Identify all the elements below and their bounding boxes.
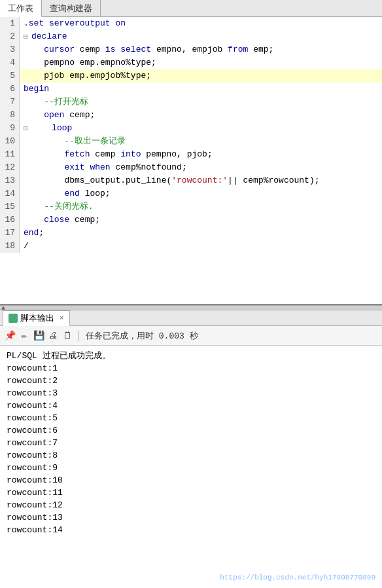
- output-tab-script[interactable]: 脚本输出 ×: [3, 310, 70, 326]
- line-number: 4: [0, 56, 20, 69]
- output-line-5: rowcount:5: [7, 412, 375, 424]
- line-number: 5: [0, 69, 20, 83]
- code-line-13[interactable]: 13 dbms_output.put_line('rowcount:'|| ce…: [0, 174, 382, 187]
- watermark: https://blog.csdn.net/hyh17808770899: [220, 574, 375, 581]
- output-line-9: rowcount:9: [7, 462, 375, 474]
- save-icon[interactable]: 💾: [33, 330, 44, 342]
- code-line-2[interactable]: 2⊟declare: [0, 30, 382, 43]
- output-line-0: PL/SQL 过程已成功完成。: [7, 350, 375, 362]
- editor-tab-bar: 工作表 查询构建器: [0, 0, 382, 17]
- tab-query-builder-label: 查询构建器: [50, 3, 92, 14]
- line-number: 11: [0, 148, 20, 161]
- code-line-4[interactable]: 4 pempno emp.empno%type;: [0, 56, 382, 69]
- line-number: 1: [0, 17, 20, 30]
- line-number: 6: [0, 83, 20, 96]
- script-output-icon: [9, 314, 18, 323]
- output-line-11: rowcount:11: [7, 487, 375, 499]
- output-tab-label: 脚本输出: [20, 312, 54, 324]
- line-content: cursor cemp is select empno, empjob from…: [20, 43, 382, 56]
- line-content: .set serveroutput on: [20, 17, 382, 30]
- print-icon[interactable]: 🖨: [47, 330, 59, 342]
- line-content: pempno emp.empno%type;: [20, 56, 382, 69]
- output-line-2: rowcount:2: [7, 375, 375, 387]
- code-line-12[interactable]: 12 exit when cemp%notfound;: [0, 161, 382, 174]
- line-content: end loop;: [20, 187, 382, 200]
- code-line-3[interactable]: 3 cursor cemp is select empno, empjob fr…: [0, 43, 382, 56]
- line-number: 16: [0, 213, 20, 227]
- tab-worksheet-label: 工作表: [8, 3, 33, 14]
- code-line-11[interactable]: 11 fetch cemp into pempno, pjob;: [0, 148, 382, 161]
- code-line-18[interactable]: 18/: [0, 240, 382, 253]
- code-line-17[interactable]: 17end;: [0, 227, 382, 240]
- code-line-14[interactable]: 14 end loop;: [0, 187, 382, 200]
- line-content: /: [20, 240, 382, 253]
- output-line-12: rowcount:12: [7, 499, 375, 511]
- line-number: 2: [0, 30, 20, 43]
- line-content: end;: [20, 227, 382, 240]
- line-content: ⊟ loop: [20, 122, 382, 135]
- tab-worksheet[interactable]: 工作表: [0, 0, 42, 17]
- line-content: dbms_output.put_line('rowcount:'|| cemp%…: [20, 174, 382, 187]
- output-line-8: rowcount:8: [7, 449, 375, 462]
- status-text: 任务已完成，用时 0.003 秒: [86, 330, 198, 342]
- output-line-6: rowcount:6: [7, 424, 375, 437]
- output-line-4: rowcount:4: [7, 399, 375, 412]
- code-line-7[interactable]: 7 --打开光标: [0, 96, 382, 109]
- pin-icon[interactable]: 📌: [4, 330, 16, 342]
- line-number: 14: [0, 187, 20, 200]
- line-content: begin: [20, 83, 382, 96]
- toolbar-separator: [78, 331, 78, 341]
- output-tab-close-button[interactable]: ×: [60, 314, 64, 322]
- line-content: close cemp;: [20, 213, 382, 227]
- output-line-13: rowcount:13: [7, 511, 375, 524]
- code-line-15[interactable]: 15 --关闭光标.: [0, 200, 382, 213]
- line-number: 12: [0, 161, 20, 174]
- code-line-5[interactable]: 5 pjob emp.empjob%type;: [0, 69, 382, 83]
- collapse-icon[interactable]: ⊟: [24, 122, 31, 135]
- line-content: --打开光标: [20, 96, 382, 109]
- line-content: ⊟declare: [20, 30, 382, 43]
- output-panel: 脚本输出 × 📌 ✏️ 💾 🖨 🗒 任务已完成，用时 0.003 秒 PL/SQ…: [0, 310, 382, 585]
- line-content: exit when cemp%notfound;: [20, 161, 382, 174]
- line-number: 13: [0, 174, 20, 187]
- line-number: 15: [0, 200, 20, 213]
- output-line-14: rowcount:14: [7, 524, 375, 536]
- collapse-icon[interactable]: ⊟: [24, 30, 31, 43]
- line-number: 8: [0, 109, 20, 122]
- code-line-9[interactable]: 9⊟ loop: [0, 122, 382, 135]
- line-number: 9: [0, 122, 20, 135]
- line-number: 17: [0, 227, 20, 240]
- line-number: 3: [0, 43, 20, 56]
- line-content: fetch cemp into pempno, pjob;: [20, 148, 382, 161]
- line-number: 7: [0, 96, 20, 109]
- clear-icon[interactable]: 🗒: [61, 330, 73, 342]
- code-line-1[interactable]: 1.set serveroutput on: [0, 17, 382, 30]
- tab-query-builder[interactable]: 查询构建器: [42, 0, 101, 16]
- output-line-1: rowcount:1: [7, 362, 375, 375]
- output-line-7: rowcount:7: [7, 437, 375, 449]
- line-content: open cemp;: [20, 109, 382, 122]
- line-number: 10: [0, 135, 20, 148]
- output-content[interactable]: PL/SQL 过程已成功完成。rowcount:1rowcount:2rowco…: [0, 346, 382, 585]
- line-content: --取出一条记录: [20, 135, 382, 148]
- code-line-10[interactable]: 10 --取出一条记录: [0, 135, 382, 148]
- code-line-8[interactable]: 8 open cemp;: [0, 109, 382, 122]
- edit-icon[interactable]: ✏️: [18, 330, 30, 342]
- output-tab-bar: 脚本输出 ×: [0, 310, 382, 326]
- code-line-16[interactable]: 16 close cemp;: [0, 213, 382, 227]
- output-line-10: rowcount:10: [7, 474, 375, 487]
- output-toolbar: 📌 ✏️ 💾 🖨 🗒 任务已完成，用时 0.003 秒: [0, 326, 382, 346]
- line-content: --关闭光标.: [20, 200, 382, 213]
- line-number: 18: [0, 240, 20, 253]
- code-editor[interactable]: 1.set serveroutput on2⊟declare3 cursor c…: [0, 17, 382, 305]
- output-line-3: rowcount:3: [7, 387, 375, 399]
- line-content: pjob emp.empjob%type;: [20, 69, 382, 83]
- code-line-6[interactable]: 6begin: [0, 83, 382, 96]
